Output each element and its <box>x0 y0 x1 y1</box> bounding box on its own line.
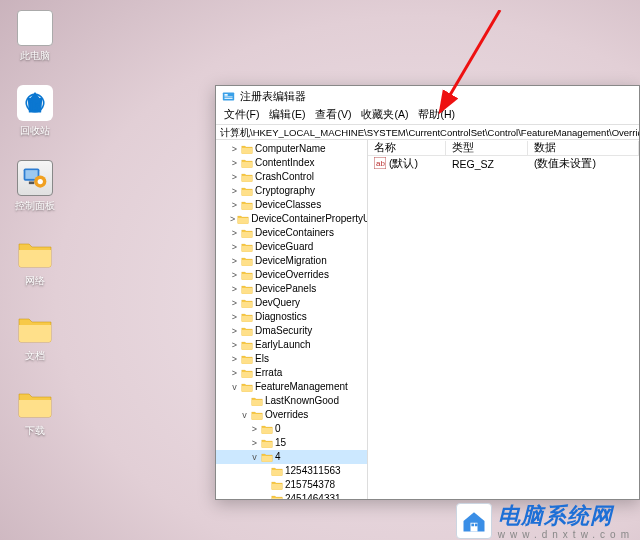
string-value-icon: ab <box>374 157 386 169</box>
tree-node[interactable]: 2451464331 <box>216 492 367 499</box>
folder-icon <box>271 494 283 499</box>
menu-item-2[interactable]: 查看(V) <box>311 108 355 122</box>
tree-node[interactable]: >DeviceContainers <box>216 226 367 240</box>
folder-icon <box>271 466 283 476</box>
expand-icon[interactable] <box>260 478 269 492</box>
tree-node[interactable]: >ComputerName <box>216 142 367 156</box>
tree-node[interactable]: >DevQuery <box>216 296 367 310</box>
expand-icon[interactable]: > <box>230 268 239 282</box>
expand-icon[interactable]: > <box>230 198 239 212</box>
folder-icon <box>241 354 253 364</box>
tree-label: EarlyLaunch <box>255 338 311 352</box>
expand-icon[interactable]: > <box>230 226 239 240</box>
folder-icon <box>261 424 273 434</box>
expand-icon[interactable]: > <box>250 422 259 436</box>
desktop-icon-5[interactable]: 下载 <box>10 385 60 438</box>
tree-node[interactable]: >DeviceClasses <box>216 198 367 212</box>
folder-icon <box>241 186 253 196</box>
tree-node[interactable]: >Cryptography <box>216 184 367 198</box>
tree-label: Diagnostics <box>255 310 307 324</box>
expand-icon[interactable]: > <box>230 366 239 380</box>
expand-icon[interactable]: > <box>230 212 235 226</box>
tree-node[interactable]: 215754378 <box>216 478 367 492</box>
col-type[interactable]: 类型 <box>446 141 528 155</box>
tree-label: DeviceOverrides <box>255 268 329 282</box>
value-row[interactable]: ab(默认)REG_SZ(数值未设置) <box>368 156 639 171</box>
tree-node[interactable]: >Els <box>216 352 367 366</box>
expand-icon[interactable]: > <box>230 352 239 366</box>
expand-icon[interactable]: > <box>230 184 239 198</box>
tree-label: DevicePanels <box>255 282 316 296</box>
address-bar[interactable]: 计算机\HKEY_LOCAL_MACHINE\SYSTEM\CurrentCon… <box>216 124 639 140</box>
tree-node[interactable]: >0 <box>216 422 367 436</box>
tree-node[interactable]: vFeatureManagement <box>216 380 367 394</box>
desktop-icon-3[interactable]: 网络 <box>10 235 60 288</box>
tree-node[interactable]: LastKnownGood <box>216 394 367 408</box>
tree-node[interactable]: >DeviceContainerPropertyUpdateEvents <box>216 212 367 226</box>
tree-node[interactable]: >DeviceOverrides <box>216 268 367 282</box>
tree-label: 215754378 <box>285 478 335 492</box>
expand-icon[interactable] <box>260 464 269 478</box>
desktop-icon-4[interactable]: 文档 <box>10 310 60 363</box>
tree-node[interactable]: >DeviceGuard <box>216 240 367 254</box>
tree-label: DevQuery <box>255 296 300 310</box>
regedit-icon <box>222 90 235 103</box>
expand-icon[interactable]: > <box>230 282 239 296</box>
tree-node[interactable]: vOverrides <box>216 408 367 422</box>
folder-icon <box>241 340 253 350</box>
expand-icon[interactable]: > <box>230 324 239 338</box>
expand-icon[interactable]: v <box>230 380 239 394</box>
tree-label: DeviceContainers <box>255 226 334 240</box>
expand-icon[interactable]: > <box>230 254 239 268</box>
desktop-icon-label: 下载 <box>10 424 60 438</box>
window-title: 注册表编辑器 <box>240 89 306 104</box>
expand-icon[interactable]: v <box>240 408 249 422</box>
tree-label: ContentIndex <box>255 156 315 170</box>
tree-node[interactable]: 1254311563 <box>216 464 367 478</box>
tree-node[interactable]: >EarlyLaunch <box>216 338 367 352</box>
folder-icon <box>241 172 253 182</box>
tree-node[interactable]: >ContentIndex <box>216 156 367 170</box>
folder-icon <box>241 228 253 238</box>
expand-icon[interactable]: > <box>250 436 259 450</box>
menu-item-4[interactable]: 帮助(H) <box>414 108 459 122</box>
desktop-icon-1[interactable]: 回收站 <box>10 85 60 138</box>
tree-node[interactable]: >DmaSecurity <box>216 324 367 338</box>
tree-node[interactable]: >Diagnostics <box>216 310 367 324</box>
tree-label: 1254311563 <box>285 464 341 478</box>
menu-item-3[interactable]: 收藏夹(A) <box>357 108 412 122</box>
tree-label: 0 <box>275 422 281 436</box>
col-data[interactable]: 数据 <box>528 141 639 155</box>
titlebar[interactable]: 注册表编辑器 <box>216 86 639 106</box>
expand-icon[interactable] <box>240 394 249 408</box>
expand-icon[interactable]: > <box>230 156 239 170</box>
expand-icon[interactable] <box>260 492 269 499</box>
svg-rect-8 <box>224 98 232 99</box>
expand-icon[interactable]: > <box>230 170 239 184</box>
tree-label: 2451464331 <box>285 492 341 499</box>
tree-label: Overrides <box>265 408 308 422</box>
expand-icon[interactable]: > <box>230 296 239 310</box>
menu-item-0[interactable]: 文件(F) <box>220 108 263 122</box>
tree-node[interactable]: >DeviceMigration <box>216 254 367 268</box>
tree-node[interactable]: >DevicePanels <box>216 282 367 296</box>
expand-icon[interactable]: v <box>250 450 259 464</box>
menu-item-1[interactable]: 编辑(E) <box>265 108 309 122</box>
tree-label: DeviceContainerPropertyUpdateEvents <box>251 212 368 226</box>
expand-icon[interactable]: > <box>230 338 239 352</box>
tree-node[interactable]: >Errata <box>216 366 367 380</box>
col-name[interactable]: 名称 <box>368 141 446 155</box>
tree-node[interactable]: >15 <box>216 436 367 450</box>
desktop-icon-0[interactable]: 此电脑 <box>10 10 60 63</box>
column-headers[interactable]: 名称 类型 数据 <box>368 140 639 156</box>
tree-node[interactable]: v4 <box>216 450 367 464</box>
expand-icon[interactable]: > <box>230 142 239 156</box>
value-list[interactable]: 名称 类型 数据 ab(默认)REG_SZ(数值未设置) <box>368 140 639 499</box>
expand-icon[interactable]: > <box>230 240 239 254</box>
key-tree[interactable]: >ComputerName>ContentIndex>CrashControl>… <box>216 140 368 499</box>
desktop-icon-2[interactable]: 控制面板 <box>10 160 60 213</box>
expand-icon[interactable]: > <box>230 310 239 324</box>
folder-icon <box>271 480 283 490</box>
folder-icon <box>237 214 249 224</box>
tree-node[interactable]: >CrashControl <box>216 170 367 184</box>
